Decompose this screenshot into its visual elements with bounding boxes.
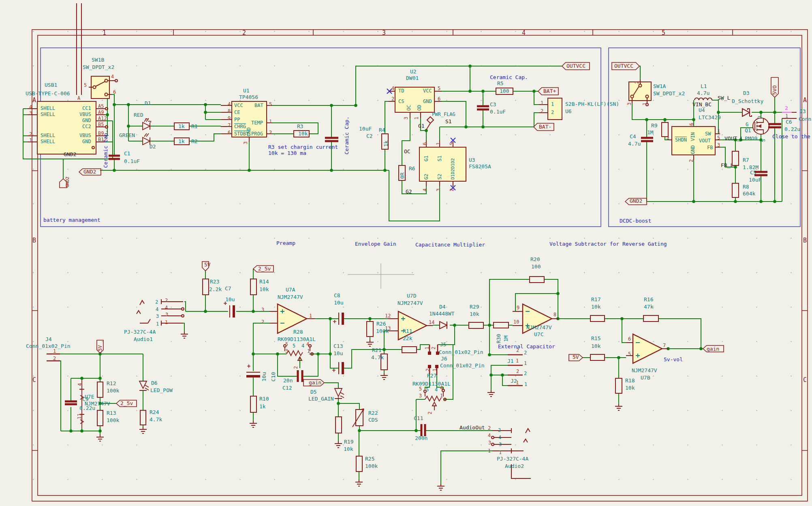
u7b-pin5[interactable]: 5 bbox=[628, 352, 631, 357]
u6-pin1[interactable]: 1 bbox=[541, 101, 543, 106]
audio1-nm2[interactable]: 2 bbox=[155, 300, 158, 305]
usb1-cc1[interactable]: CC1 bbox=[82, 106, 91, 111]
ref-q1[interactable]: Q1 bbox=[745, 128, 751, 133]
usb1-pin3[interactable]: 3 bbox=[29, 111, 32, 116]
ref-j3[interactable]: J3 bbox=[799, 109, 806, 114]
title-preamp[interactable]: Preamp bbox=[276, 240, 295, 246]
usb1-row-a[interactable]: A bbox=[77, 96, 80, 101]
val-u2[interactable]: DW01 bbox=[406, 75, 419, 81]
u3-s2[interactable]: S2 bbox=[437, 174, 442, 180]
audio1-nm4[interactable]: 4 bbox=[156, 307, 158, 312]
net-g1[interactable]: G1 bbox=[418, 123, 425, 129]
ref-c2[interactable]: C2 bbox=[366, 133, 373, 139]
border-col-5[interactable]: 5 bbox=[662, 30, 665, 36]
u3-g2[interactable]: G2 bbox=[424, 174, 429, 180]
val-r20[interactable]: 100 bbox=[531, 264, 541, 270]
ref-c5[interactable]: C5 bbox=[750, 170, 756, 176]
pwr-5v-preamp[interactable]: 5V bbox=[204, 262, 211, 268]
u2-pin4[interactable]: 4 bbox=[391, 86, 394, 91]
val-r8[interactable]: 604k bbox=[743, 191, 755, 197]
ref-r18[interactable]: R18 bbox=[625, 378, 635, 384]
r27-pin5[interactable]: 5 bbox=[419, 386, 422, 392]
usb1-pin4[interactable]: 4 bbox=[29, 105, 32, 110]
usb1-shell1[interactable]: SHELL bbox=[41, 106, 55, 111]
audio2-pin2[interactable]: 2 bbox=[488, 426, 491, 431]
u1-pp[interactable]: PP bbox=[234, 117, 240, 122]
u1-pin3[interactable]: 3 bbox=[243, 142, 248, 144]
val-q1[interactable]: PMO9 bbox=[745, 136, 757, 142]
pwr-flag-label[interactable]: PWR_FLAG bbox=[432, 112, 455, 117]
u1-pin9[interactable]: 9 bbox=[228, 116, 231, 121]
ref-r16[interactable]: R16 bbox=[644, 297, 653, 302]
border-row-a-left[interactable]: A bbox=[32, 97, 36, 104]
net-s1[interactable]: S1 bbox=[445, 119, 452, 124]
audio1-pin4[interactable]: 4 bbox=[165, 305, 168, 311]
u1-pin7[interactable]: 7 bbox=[228, 123, 231, 128]
j1-pin1[interactable]: 1 bbox=[516, 358, 519, 364]
u3-pin2[interactable]: 2 bbox=[449, 189, 455, 191]
net-oc[interactable]: OC bbox=[404, 149, 410, 154]
audio2-nm3[interactable]: 3 bbox=[499, 442, 502, 447]
usb1-vbus-b[interactable]: VBUS bbox=[79, 133, 91, 138]
val-u7d[interactable]: NJM2747V bbox=[397, 300, 423, 306]
net-gain-tag1[interactable]: gain bbox=[309, 380, 321, 386]
u7e-pin4[interactable]: 4 bbox=[77, 383, 83, 386]
ref-c10[interactable]: C10 bbox=[271, 372, 276, 382]
val-r26[interactable]: 100k bbox=[376, 328, 389, 334]
r27-pin1[interactable]: 1 bbox=[440, 393, 443, 399]
ref-r9[interactable]: R9 bbox=[651, 123, 658, 129]
r28-pin3[interactable]: 3 bbox=[285, 349, 288, 354]
u2-od[interactable]: OD bbox=[417, 105, 422, 111]
cmt-5v-vol[interactable]: 5v-vol bbox=[664, 357, 683, 362]
ref-r29[interactable]: R29 bbox=[470, 304, 479, 310]
val-d2[interactable]: GREEN bbox=[119, 133, 135, 138]
net-audioout[interactable]: AudioOut bbox=[459, 425, 485, 431]
ref-audio2[interactable]: Audio2 bbox=[505, 463, 524, 469]
ref-c11[interactable]: C11 bbox=[414, 416, 423, 421]
j3-pin1[interactable]: 1 bbox=[785, 114, 788, 119]
ref-d5[interactable]: D5 bbox=[310, 389, 317, 395]
u1-pin2[interactable]: 2 bbox=[269, 130, 272, 135]
val-r14[interactable]: 10k bbox=[259, 287, 269, 292]
ref-j5[interactable]: J5 bbox=[440, 342, 447, 347]
u4-sw[interactable]: SW bbox=[705, 131, 711, 137]
border-col-1[interactable]: 1 bbox=[103, 30, 106, 36]
usb1-a9[interactable]: A9 bbox=[98, 110, 104, 115]
usb1-shell3[interactable]: SHELL bbox=[41, 133, 55, 138]
r27-nm4[interactable]: 4 bbox=[435, 387, 438, 392]
val-j6[interactable]: Conn_01x02_Pin bbox=[440, 363, 485, 369]
j2-nm1[interactable]: 1 bbox=[524, 382, 527, 387]
ref-r4[interactable]: R4 bbox=[379, 127, 385, 133]
audio1-nm3[interactable]: 3 bbox=[156, 314, 159, 319]
u3-pin3[interactable]: 3 bbox=[436, 189, 441, 191]
audio1-pin1[interactable]: 1 bbox=[165, 320, 168, 325]
val-r19[interactable]: 10k bbox=[344, 446, 353, 452]
val-u1[interactable]: TP4056 bbox=[239, 94, 258, 100]
val-u7b[interactable]: NJM2747V bbox=[632, 368, 657, 373]
pwr-gnd2-usb[interactable]: GND2 bbox=[83, 169, 96, 175]
val-u4[interactable]: LTC3429 bbox=[699, 115, 721, 120]
ref-r14[interactable]: R14 bbox=[259, 279, 269, 285]
val-c12[interactable]: 20n bbox=[283, 378, 293, 384]
ref-u7d[interactable]: U7D bbox=[407, 293, 416, 299]
r28-nm4[interactable]: 4 bbox=[301, 343, 304, 349]
ref-u2[interactable]: U2 bbox=[410, 69, 417, 75]
u1-pin1[interactable]: 1 bbox=[269, 119, 272, 124]
ref-j6[interactable]: J6 bbox=[441, 356, 447, 362]
val-sw1a[interactable]: SW_DPDT_x2 bbox=[653, 91, 685, 96]
ref-r24[interactable]: R24 bbox=[150, 410, 159, 415]
cmt-ceramic-c3[interactable]: Ceramic Cap. bbox=[490, 75, 528, 80]
val-r25[interactable]: 100k bbox=[365, 463, 378, 469]
pwr-gnd2-usb2[interactable]: GND2 bbox=[65, 177, 70, 188]
ref-u3[interactable]: U3 bbox=[469, 157, 475, 163]
audio2-pin3[interactable]: 3 bbox=[488, 440, 491, 446]
ref-c9[interactable]: C9 bbox=[82, 397, 89, 402]
val-c9[interactable]: 0.22u bbox=[79, 405, 95, 411]
u7b-pin6[interactable]: 6 bbox=[628, 337, 631, 342]
ref-c4[interactable]: C4 bbox=[630, 134, 636, 139]
ref-r30[interactable]: R30 bbox=[496, 334, 502, 343]
ref-d4[interactable]: D4 bbox=[439, 304, 446, 310]
cmt-ceramic-c1[interactable]: Ceramic Cap. bbox=[103, 130, 109, 168]
u4-vout[interactable]: VOUT bbox=[699, 138, 711, 144]
j2-nm2[interactable]: 2 bbox=[524, 371, 527, 376]
